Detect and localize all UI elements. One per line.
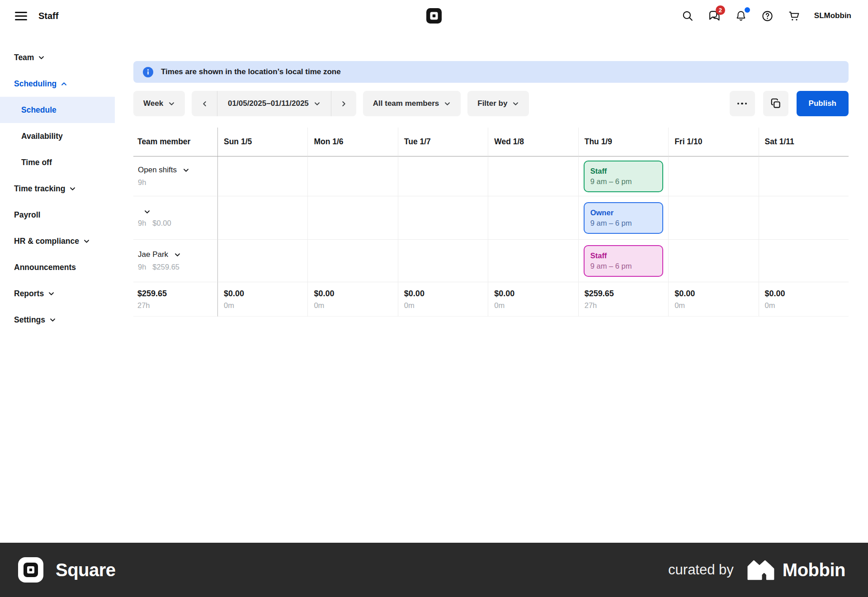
column-header-mon: Mon 1/6 xyxy=(307,128,397,156)
more-options-button[interactable] xyxy=(730,91,755,116)
column-header-sat: Sat 1/11 xyxy=(759,128,849,156)
shift-cell[interactable] xyxy=(398,196,488,240)
row-jae-park: Jae Park 9h $259.65 xyxy=(133,240,217,282)
shift-cell[interactable]: Staff 9 am – 6 pm xyxy=(578,240,668,282)
shift-cell[interactable] xyxy=(217,156,307,196)
footer-brand: Square xyxy=(18,557,116,583)
next-week-button[interactable] xyxy=(331,91,356,116)
row-member-unnamed-summary: 9h $0.00 xyxy=(138,219,217,227)
shift-cell[interactable] xyxy=(307,196,397,240)
chevron-down-icon xyxy=(49,317,56,323)
row-member-unnamed-toggle[interactable] xyxy=(138,208,217,215)
column-header-wed: Wed 1/8 xyxy=(488,128,578,156)
notification-dot xyxy=(745,7,750,13)
shift-card-jae-park-staff[interactable]: Staff 9 am – 6 pm xyxy=(584,245,663,277)
sidebar-item-reports[interactable]: Reports xyxy=(0,280,115,307)
totals-sun: $0.00 0m xyxy=(217,282,307,317)
row-open-shifts-summary: 9h xyxy=(138,178,217,187)
column-header-thu: Thu 1/9 xyxy=(578,128,668,156)
shift-card-open-staff[interactable]: Staff 9 am – 6 pm xyxy=(584,161,663,192)
account-name[interactable]: SLMobbin xyxy=(814,11,851,20)
chevron-down-icon xyxy=(174,251,181,258)
mobbin-brand: Mobbin xyxy=(747,559,845,580)
previous-week-button[interactable] xyxy=(192,91,217,116)
shift-cell[interactable] xyxy=(488,156,578,196)
info-icon xyxy=(143,67,153,77)
sidebar-item-time-off[interactable]: Time off xyxy=(0,149,115,175)
column-header-sun: Sun 1/5 xyxy=(217,128,307,156)
date-range-selector[interactable]: 01/05/2025–01/11/2025 xyxy=(217,91,331,116)
shift-cell[interactable] xyxy=(668,196,758,240)
chevron-down-icon xyxy=(314,100,321,107)
shift-cell[interactable] xyxy=(759,156,849,196)
chevron-down-icon xyxy=(183,167,189,174)
row-open-shifts: Open shifts 9h xyxy=(133,156,217,196)
chevron-down-icon xyxy=(48,290,55,297)
help-icon[interactable] xyxy=(761,9,774,23)
search-icon[interactable] xyxy=(681,9,694,23)
chevron-down-icon xyxy=(144,208,151,215)
totals-fri: $0.00 0m xyxy=(668,282,758,317)
shift-cell[interactable] xyxy=(217,196,307,240)
row-jae-park-toggle[interactable]: Jae Park xyxy=(138,250,217,259)
sidebar-item-availability[interactable]: Availability xyxy=(0,123,115,149)
shift-cell[interactable]: Owner 9 am – 6 pm xyxy=(578,196,668,240)
shift-cell[interactable] xyxy=(307,156,397,196)
filter-by-button[interactable]: Filter by xyxy=(467,91,529,116)
row-jae-park-summary: 9h $259.65 xyxy=(138,263,217,271)
notifications-icon[interactable] xyxy=(734,9,748,23)
chevron-down-icon xyxy=(69,185,76,192)
shift-cell[interactable] xyxy=(668,240,758,282)
totals-mon: $0.00 0m xyxy=(307,282,397,317)
sidebar-item-schedule[interactable]: Schedule xyxy=(0,97,115,123)
chevron-down-icon xyxy=(444,100,451,107)
chevron-right-icon xyxy=(340,100,347,107)
sidebar-item-scheduling[interactable]: Scheduling xyxy=(0,71,115,97)
timezone-banner: Times are shown in the location’s local … xyxy=(133,61,849,83)
view-selector-button[interactable]: Week xyxy=(133,91,185,116)
copy-schedule-button[interactable] xyxy=(763,91,788,116)
row-member-unnamed: 9h $0.00 xyxy=(133,196,217,240)
shift-cell[interactable] xyxy=(759,240,849,282)
totals-sat: $0.00 0m xyxy=(759,282,849,317)
shift-cell[interactable] xyxy=(217,240,307,282)
square-logo xyxy=(426,8,442,24)
publish-button[interactable]: Publish xyxy=(797,91,849,116)
date-navigation: 01/05/2025–01/11/2025 xyxy=(192,91,356,116)
shift-cell[interactable] xyxy=(398,240,488,282)
shift-cell[interactable] xyxy=(759,196,849,240)
menu-icon[interactable] xyxy=(15,12,27,20)
team-members-filter-button[interactable]: All team members xyxy=(363,91,461,116)
top-bar-actions: 2 xyxy=(681,9,851,23)
column-header-tue: Tue 1/7 xyxy=(398,128,488,156)
column-header-fri: Fri 1/10 xyxy=(668,128,758,156)
sidebar-item-time-tracking[interactable]: Time tracking xyxy=(0,175,115,202)
page-title: Staff xyxy=(38,11,58,21)
shift-cell[interactable]: Staff 9 am – 6 pm xyxy=(578,156,668,196)
sidebar-item-announcements[interactable]: Announcements xyxy=(0,254,115,280)
sidebar-item-payroll[interactable]: Payroll xyxy=(0,202,115,228)
shift-cell[interactable] xyxy=(488,196,578,240)
toolbar-actions: Publish xyxy=(730,91,849,116)
messages-badge: 2 xyxy=(716,5,725,15)
sidebar-item-team[interactable]: Team xyxy=(0,44,115,71)
copy-icon xyxy=(770,98,782,109)
cart-icon[interactable] xyxy=(788,9,801,23)
shift-cell[interactable] xyxy=(307,240,397,282)
totals-tue: $0.00 0m xyxy=(398,282,488,317)
row-open-shifts-toggle[interactable]: Open shifts xyxy=(138,166,217,175)
footer-attribution: curated by Mobbin xyxy=(668,559,845,580)
column-header-team-member: Team member xyxy=(133,128,217,156)
shift-cell[interactable] xyxy=(488,240,578,282)
sidebar-item-hr-compliance[interactable]: HR & compliance xyxy=(0,228,115,254)
shift-card-owner[interactable]: Owner 9 am – 6 pm xyxy=(584,202,663,234)
timezone-banner-text: Times are shown in the location’s local … xyxy=(161,67,341,76)
ellipsis-icon xyxy=(737,103,747,105)
square-footer-logo xyxy=(18,557,43,583)
square-wordmark: Square xyxy=(56,560,116,580)
shift-cell[interactable] xyxy=(668,156,758,196)
totals-week: $259.65 27h xyxy=(133,282,217,317)
sidebar-item-settings[interactable]: Settings xyxy=(0,307,115,333)
messages-icon[interactable]: 2 xyxy=(708,9,721,23)
shift-cell[interactable] xyxy=(398,156,488,196)
